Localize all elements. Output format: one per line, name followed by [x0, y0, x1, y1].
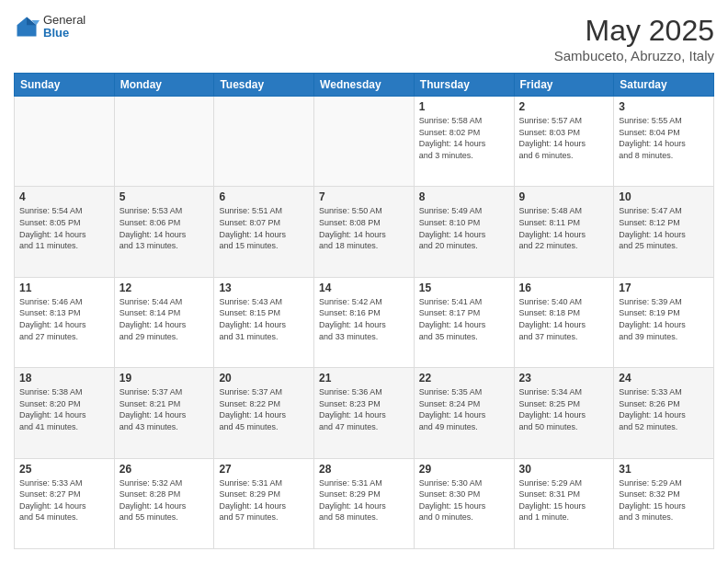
- day-info-w4-d0: Sunrise: 5:33 AM Sunset: 8:27 PM Dayligh…: [19, 477, 109, 523]
- title-block: May 2025 Sambuceto, Abruzzo, Italy: [554, 14, 714, 63]
- main-title: May 2025: [554, 14, 714, 48]
- day-number-w4-d5: 30: [519, 463, 609, 476]
- day-info-w3-d1: Sunrise: 5:37 AM Sunset: 8:21 PM Dayligh…: [119, 386, 210, 432]
- calendar-cell-w0-d6: 3Sunrise: 5:55 AM Sunset: 8:04 PM Daylig…: [614, 97, 714, 187]
- day-info-w1-d4: Sunrise: 5:49 AM Sunset: 8:10 PM Dayligh…: [419, 205, 509, 251]
- day-info-w2-d5: Sunrise: 5:40 AM Sunset: 8:18 PM Dayligh…: [519, 296, 609, 342]
- calendar-table: Sunday Monday Tuesday Wednesday Thursday…: [14, 73, 714, 549]
- day-info-w4-d4: Sunrise: 5:30 AM Sunset: 8:30 PM Dayligh…: [419, 477, 509, 523]
- calendar-cell-w0-d5: 2Sunrise: 5:57 AM Sunset: 8:03 PM Daylig…: [514, 97, 614, 187]
- day-number-w0-d5: 2: [519, 100, 609, 113]
- calendar-cell-w3-d6: 24Sunrise: 5:33 AM Sunset: 8:26 PM Dayli…: [614, 368, 714, 458]
- logo-general-text: General: [43, 14, 85, 27]
- day-info-w1-d2: Sunrise: 5:51 AM Sunset: 8:07 PM Dayligh…: [219, 205, 309, 251]
- day-info-w3-d6: Sunrise: 5:33 AM Sunset: 8:26 PM Dayligh…: [619, 386, 709, 432]
- header-saturday: Saturday: [614, 74, 714, 97]
- day-info-w2-d1: Sunrise: 5:44 AM Sunset: 8:14 PM Dayligh…: [119, 296, 210, 342]
- day-info-w3-d3: Sunrise: 5:36 AM Sunset: 8:23 PM Dayligh…: [319, 386, 409, 432]
- calendar-cell-w1-d5: 9Sunrise: 5:48 AM Sunset: 8:11 PM Daylig…: [514, 187, 614, 277]
- calendar-cell-w4-d4: 29Sunrise: 5:30 AM Sunset: 8:30 PM Dayli…: [414, 458, 514, 548]
- day-info-w1-d0: Sunrise: 5:54 AM Sunset: 8:05 PM Dayligh…: [19, 205, 109, 251]
- day-info-w0-d5: Sunrise: 5:57 AM Sunset: 8:03 PM Dayligh…: [519, 115, 609, 161]
- day-info-w2-d3: Sunrise: 5:42 AM Sunset: 8:16 PM Dayligh…: [319, 296, 409, 342]
- calendar-cell-w0-d3: [314, 97, 415, 187]
- day-info-w0-d6: Sunrise: 5:55 AM Sunset: 8:04 PM Dayligh…: [619, 115, 709, 161]
- header-thursday: Thursday: [414, 74, 514, 97]
- day-number-w2-d3: 14: [319, 282, 409, 294]
- day-number-w3-d0: 18: [19, 372, 109, 385]
- day-number-w1-d1: 5: [119, 190, 210, 203]
- calendar-cell-w1-d2: 6Sunrise: 5:51 AM Sunset: 8:07 PM Daylig…: [214, 187, 314, 277]
- calendar-cell-w4-d2: 27Sunrise: 5:31 AM Sunset: 8:29 PM Dayli…: [214, 458, 314, 548]
- calendar-cell-w1-d0: 4Sunrise: 5:54 AM Sunset: 8:05 PM Daylig…: [15, 187, 115, 277]
- day-number-w0-d6: 3: [619, 100, 709, 113]
- day-number-w4-d0: 25: [19, 463, 109, 476]
- day-number-w3-d1: 19: [119, 372, 210, 385]
- week-row-0: 1Sunrise: 5:58 AM Sunset: 8:02 PM Daylig…: [15, 97, 714, 187]
- week-row-1: 4Sunrise: 5:54 AM Sunset: 8:05 PM Daylig…: [15, 187, 714, 277]
- calendar-cell-w0-d2: [214, 97, 314, 187]
- header: General Blue May 2025 Sambuceto, Abruzzo…: [14, 14, 714, 63]
- calendar-cell-w4-d0: 25Sunrise: 5:33 AM Sunset: 8:27 PM Dayli…: [15, 458, 115, 548]
- day-number-w4-d3: 28: [319, 463, 409, 476]
- day-number-w4-d1: 26: [119, 463, 210, 476]
- day-number-w1-d5: 9: [519, 190, 609, 203]
- day-info-w2-d6: Sunrise: 5:39 AM Sunset: 8:19 PM Dayligh…: [619, 296, 709, 342]
- day-info-w4-d5: Sunrise: 5:29 AM Sunset: 8:31 PM Dayligh…: [519, 477, 609, 523]
- calendar-cell-w2-d5: 16Sunrise: 5:40 AM Sunset: 8:18 PM Dayli…: [514, 277, 614, 367]
- subtitle: Sambuceto, Abruzzo, Italy: [554, 48, 714, 63]
- day-info-w4-d1: Sunrise: 5:32 AM Sunset: 8:28 PM Dayligh…: [119, 477, 210, 523]
- calendar-cell-w4-d6: 31Sunrise: 5:29 AM Sunset: 8:32 PM Dayli…: [614, 458, 714, 548]
- logo-blue-text: Blue: [43, 27, 85, 40]
- day-info-w0-d4: Sunrise: 5:58 AM Sunset: 8:02 PM Dayligh…: [419, 115, 509, 161]
- day-info-w3-d4: Sunrise: 5:35 AM Sunset: 8:24 PM Dayligh…: [419, 386, 509, 432]
- day-number-w1-d3: 7: [319, 190, 409, 203]
- calendar-cell-w2-d2: 13Sunrise: 5:43 AM Sunset: 8:15 PM Dayli…: [214, 277, 314, 367]
- day-number-w2-d6: 17: [619, 282, 709, 294]
- day-number-w0-d4: 1: [419, 100, 509, 113]
- day-number-w3-d2: 20: [219, 372, 309, 385]
- day-info-w3-d5: Sunrise: 5:34 AM Sunset: 8:25 PM Dayligh…: [519, 386, 609, 432]
- day-number-w4-d4: 29: [419, 463, 509, 476]
- calendar-cell-w4-d3: 28Sunrise: 5:31 AM Sunset: 8:29 PM Dayli…: [314, 458, 415, 548]
- day-number-w2-d0: 11: [19, 282, 109, 294]
- day-info-w2-d2: Sunrise: 5:43 AM Sunset: 8:15 PM Dayligh…: [219, 296, 309, 342]
- calendar-cell-w3-d2: 20Sunrise: 5:37 AM Sunset: 8:22 PM Dayli…: [214, 368, 314, 458]
- calendar-header-row: Sunday Monday Tuesday Wednesday Thursday…: [15, 74, 714, 97]
- calendar-cell-w3-d3: 21Sunrise: 5:36 AM Sunset: 8:23 PM Dayli…: [314, 368, 415, 458]
- day-number-w2-d2: 13: [219, 282, 309, 294]
- calendar-cell-w2-d0: 11Sunrise: 5:46 AM Sunset: 8:13 PM Dayli…: [15, 277, 115, 367]
- calendar-cell-w0-d1: [114, 97, 214, 187]
- day-info-w1-d1: Sunrise: 5:53 AM Sunset: 8:06 PM Dayligh…: [119, 205, 210, 251]
- logo-text: General Blue: [43, 14, 85, 40]
- day-info-w1-d5: Sunrise: 5:48 AM Sunset: 8:11 PM Dayligh…: [519, 205, 609, 251]
- week-row-4: 25Sunrise: 5:33 AM Sunset: 8:27 PM Dayli…: [15, 458, 714, 548]
- calendar-cell-w0-d0: [15, 97, 115, 187]
- calendar-cell-w2-d6: 17Sunrise: 5:39 AM Sunset: 8:19 PM Dayli…: [614, 277, 714, 367]
- day-info-w2-d0: Sunrise: 5:46 AM Sunset: 8:13 PM Dayligh…: [19, 296, 109, 342]
- calendar-cell-w1-d4: 8Sunrise: 5:49 AM Sunset: 8:10 PM Daylig…: [414, 187, 514, 277]
- day-number-w4-d2: 27: [219, 463, 309, 476]
- calendar-cell-w3-d5: 23Sunrise: 5:34 AM Sunset: 8:25 PM Dayli…: [514, 368, 614, 458]
- page: General Blue May 2025 Sambuceto, Abruzzo…: [0, 0, 728, 563]
- day-number-w1-d6: 10: [619, 190, 709, 203]
- day-number-w3-d5: 23: [519, 372, 609, 385]
- day-info-w3-d2: Sunrise: 5:37 AM Sunset: 8:22 PM Dayligh…: [219, 386, 309, 432]
- day-number-w2-d1: 12: [119, 282, 210, 294]
- calendar-cell-w1-d1: 5Sunrise: 5:53 AM Sunset: 8:06 PM Daylig…: [114, 187, 214, 277]
- calendar-cell-w2-d4: 15Sunrise: 5:41 AM Sunset: 8:17 PM Dayli…: [414, 277, 514, 367]
- calendar-cell-w4-d5: 30Sunrise: 5:29 AM Sunset: 8:31 PM Dayli…: [514, 458, 614, 548]
- day-number-w1-d4: 8: [419, 190, 509, 203]
- day-number-w3-d6: 24: [619, 372, 709, 385]
- day-info-w4-d3: Sunrise: 5:31 AM Sunset: 8:29 PM Dayligh…: [319, 477, 409, 523]
- day-number-w2-d5: 16: [519, 282, 609, 294]
- day-number-w4-d6: 31: [619, 463, 709, 476]
- day-number-w2-d4: 15: [419, 282, 509, 294]
- calendar-cell-w0-d4: 1Sunrise: 5:58 AM Sunset: 8:02 PM Daylig…: [414, 97, 514, 187]
- calendar-cell-w2-d3: 14Sunrise: 5:42 AM Sunset: 8:16 PM Dayli…: [314, 277, 415, 367]
- week-row-2: 11Sunrise: 5:46 AM Sunset: 8:13 PM Dayli…: [15, 277, 714, 367]
- calendar-cell-w3-d1: 19Sunrise: 5:37 AM Sunset: 8:21 PM Dayli…: [114, 368, 214, 458]
- day-info-w1-d3: Sunrise: 5:50 AM Sunset: 8:08 PM Dayligh…: [319, 205, 409, 251]
- calendar-cell-w3-d0: 18Sunrise: 5:38 AM Sunset: 8:20 PM Dayli…: [15, 368, 115, 458]
- header-monday: Monday: [114, 74, 214, 97]
